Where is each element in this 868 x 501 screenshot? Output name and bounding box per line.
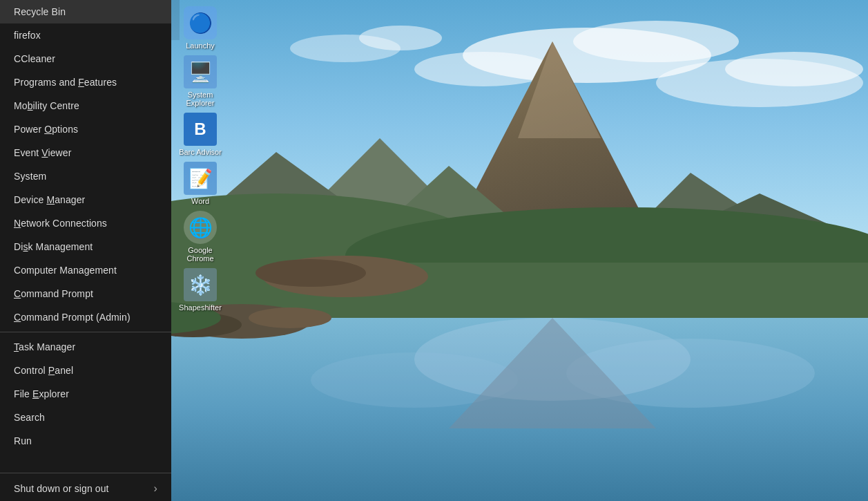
menu-label-run: Run — [14, 435, 32, 446]
menu-label-command-prompt: Command Prompt — [14, 288, 93, 299]
menu-item-recycle-bin[interactable]: Recycle Bin — [0, 0, 171, 23]
menu-label-file-explorer: File Explorer — [14, 388, 69, 399]
menu-spacer — [0, 453, 171, 470]
menu-item-system[interactable]: System — [0, 164, 171, 188]
menu-item-command-prompt[interactable]: Command Prompt — [0, 282, 171, 305]
desktop-icon-system-explorer[interactable]: 🖥️ System Explorer — [176, 53, 224, 110]
desktop-icon-chrome[interactable]: 🌐 Google Chrome — [176, 208, 224, 265]
word-label: Word — [191, 197, 209, 205]
desktop-icon-shapeshifter[interactable]: ❄️ Shapeshifter — [176, 265, 224, 314]
system-explorer-icon: 🖥️ — [184, 55, 217, 88]
context-menu: Recycle Bin firefox CCleaner Programs an… — [0, 0, 171, 501]
menu-label-event-viewer: Event Viewer — [14, 147, 71, 158]
menu-label-command-prompt-admin: Command Prompt (Admin) — [14, 312, 131, 323]
menu-item-task-manager[interactable]: Task Manager — [0, 335, 171, 359]
menu-item-mobility-centre[interactable]: Mobility Centre — [0, 94, 171, 117]
menu-item-device-manager[interactable]: Device Manager — [0, 188, 171, 211]
barc-advisor-icon: B — [184, 113, 217, 146]
menu-label-programs-features: Programs and Features — [14, 77, 117, 88]
menu-item-firefox[interactable]: firefox — [0, 23, 171, 47]
menu-label-shut-down: Shut down or sign out — [14, 483, 109, 494]
menu-label-power-options: Power Options — [14, 124, 78, 135]
menu-item-programs-features[interactable]: Programs and Features — [0, 70, 171, 94]
menu-item-file-explorer[interactable]: File Explorer — [0, 382, 171, 406]
launchy-label: Launchy — [186, 41, 215, 50]
menu-label-ccleaner: CCleaner — [14, 53, 55, 64]
menu-label-task-manager: Task Manager — [14, 341, 75, 352]
menu-label-firefox: firefox — [14, 30, 41, 41]
menu-label-system: System — [14, 171, 46, 182]
menu-item-disk-management[interactable]: Disk Management — [0, 235, 171, 258]
menu-separator-2 — [0, 473, 171, 473]
menu-item-power-options[interactable]: Power Options — [0, 117, 171, 141]
menu-label-recycle-bin: Recycle Bin — [14, 6, 66, 17]
menu-item-event-viewer[interactable]: Event Viewer — [0, 141, 171, 164]
chrome-icon: 🌐 — [184, 211, 217, 244]
menu-item-shut-down[interactable]: Shut down or sign out — [0, 476, 171, 501]
desktop-icon-launchy[interactable]: 🔵 Launchy — [176, 3, 224, 53]
menu-item-run[interactable]: Run — [0, 429, 171, 453]
shapeshifter-label: Shapeshifter — [179, 303, 222, 312]
menu-item-search[interactable]: Search — [0, 406, 171, 429]
launchy-icon: 🔵 — [184, 6, 217, 39]
desktop-icon-word[interactable]: 📝 Word — [176, 159, 224, 208]
system-explorer-label: System Explorer — [179, 91, 222, 107]
chrome-label: Google Chrome — [179, 246, 222, 263]
menu-item-ccleaner[interactable]: CCleaner — [0, 47, 171, 70]
menu-label-disk-management: Disk Management — [14, 241, 93, 252]
word-icon: 📝 — [184, 162, 217, 195]
menu-label-search: Search — [14, 412, 45, 423]
menu-label-network-connections: Network Connections — [14, 218, 107, 229]
menu-item-network-connections[interactable]: Network Connections — [0, 211, 171, 235]
menu-item-control-panel[interactable]: Control Panel — [0, 359, 171, 382]
menu-label-control-panel: Control Panel — [14, 365, 73, 376]
menu-item-computer-management[interactable]: Computer Management — [0, 258, 171, 282]
menu-item-command-prompt-admin[interactable]: Command Prompt (Admin) — [0, 305, 171, 329]
menu-label-mobility-centre: Mobility Centre — [14, 100, 79, 111]
menu-label-computer-management: Computer Management — [14, 265, 117, 276]
desktop-icon-barc-advisor[interactable]: B Barc Advisor — [176, 110, 224, 159]
shapeshifter-icon: ❄️ — [184, 268, 217, 301]
menu-label-device-manager: Device Manager — [14, 194, 85, 205]
barc-advisor-label: Barc Advisor — [179, 148, 222, 156]
menu-separator-1 — [0, 332, 171, 332]
